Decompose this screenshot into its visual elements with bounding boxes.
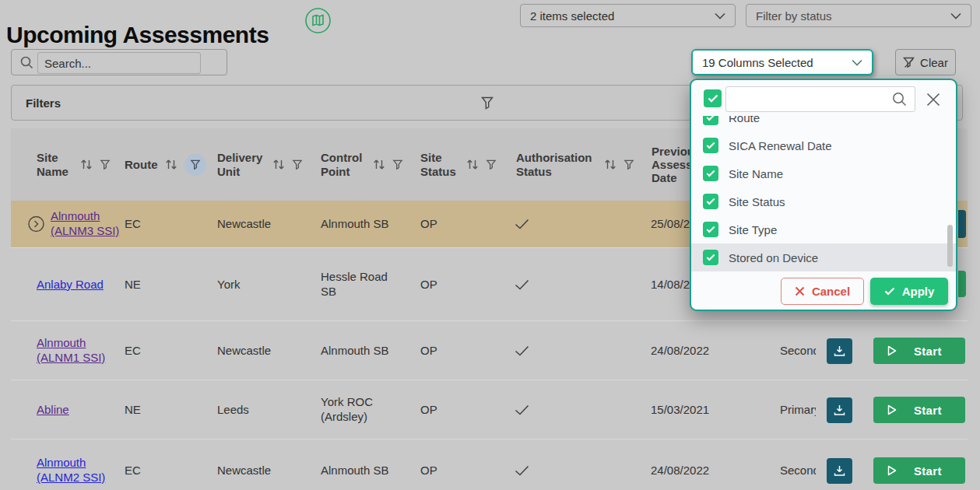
search-input[interactable] bbox=[37, 52, 201, 74]
select-all-checkbox[interactable] bbox=[704, 89, 722, 107]
filter-icon[interactable] bbox=[623, 159, 634, 170]
columns-selected-dropdown[interactable]: 19 Columns Selected bbox=[691, 49, 873, 75]
site-link[interactable]: Alnmouth (ALNM3 SSI) bbox=[51, 209, 122, 239]
checkbox-checked[interactable] bbox=[703, 194, 718, 209]
column-header-authorisation-status: Authorisation Status bbox=[516, 128, 634, 201]
filter-icon bbox=[190, 159, 201, 170]
chevron-down-icon bbox=[715, 12, 725, 19]
filter-icon[interactable] bbox=[486, 159, 497, 170]
previous-assessment-date-cell: 15/03/2021 bbox=[651, 380, 736, 439]
scrollbar-thumb[interactable] bbox=[947, 225, 953, 267]
checkbox-checked[interactable] bbox=[703, 166, 718, 181]
sort-icon[interactable] bbox=[604, 159, 616, 170]
column-menu-item[interactable]: SICA Renewal Date bbox=[691, 131, 956, 159]
start-assessment-button[interactable]: Start bbox=[873, 457, 965, 484]
column-header-control-point: Control Point bbox=[321, 128, 403, 201]
route-cell: NE bbox=[125, 248, 171, 321]
control-point-cell: Alnmouth SB bbox=[321, 321, 402, 380]
control-point-cell: Alnmouth SB bbox=[321, 439, 402, 490]
column-menu-item[interactable]: Site Status bbox=[691, 187, 956, 215]
table-row: Alnmouth (ALNM2 SSI) EC Newcastle Alnmou… bbox=[11, 439, 968, 490]
column-menu-item[interactable]: Site Type bbox=[691, 215, 956, 243]
filter-by-status-dropdown[interactable]: Filter by status bbox=[746, 4, 971, 27]
authorised-check-icon bbox=[515, 201, 538, 247]
download-button[interactable] bbox=[827, 338, 852, 364]
table-search-group bbox=[11, 49, 227, 75]
hidden-row-action-button[interactable] bbox=[958, 210, 966, 238]
hidden-row-action-button[interactable] bbox=[958, 271, 966, 297]
clear-filters-button[interactable]: Clear bbox=[895, 49, 956, 75]
site-link[interactable]: Alnmouth (ALNM1 SSI) bbox=[37, 336, 114, 366]
play-icon bbox=[887, 465, 897, 476]
checkbox-checked[interactable] bbox=[703, 116, 718, 125]
delivery-unit-cell: Leeds bbox=[217, 380, 303, 439]
columns-selected-value: 19 Columns Selected bbox=[702, 56, 813, 69]
filter-icon[interactable] bbox=[392, 159, 403, 170]
control-point-cell: York ROC (Ardsley) bbox=[321, 380, 402, 439]
authorised-check-icon bbox=[515, 380, 538, 439]
column-header-route: Route bbox=[125, 128, 206, 201]
items-selected-dropdown[interactable]: 2 items selected bbox=[520, 4, 736, 27]
table-row: Abline NE Leeds York ROC (Ardsley) OP 15… bbox=[11, 380, 968, 439]
download-button[interactable] bbox=[827, 458, 852, 484]
search-icon bbox=[892, 92, 907, 107]
checkbox-checked[interactable] bbox=[703, 138, 718, 153]
upcoming-assessments-page: Upcoming Assessments 2 items selected Fi… bbox=[0, 0, 980, 490]
delivery-unit-cell: Newcastle bbox=[217, 321, 303, 380]
start-assessment-button[interactable]: Start bbox=[873, 397, 965, 423]
filter-off-icon bbox=[903, 57, 915, 68]
check-icon bbox=[884, 287, 895, 296]
filters-label: Filters bbox=[26, 96, 61, 110]
sort-icon[interactable] bbox=[272, 159, 285, 170]
apply-button[interactable]: Apply bbox=[870, 278, 948, 305]
site-link[interactable]: Anlaby Road bbox=[37, 278, 104, 292]
download-button[interactable] bbox=[827, 397, 852, 423]
column-menu-footer: Cancel Apply bbox=[691, 273, 956, 310]
close-icon[interactable] bbox=[925, 91, 942, 108]
expand-row-icon[interactable] bbox=[28, 216, 44, 233]
active-filter-badge[interactable] bbox=[184, 154, 206, 176]
sort-icon[interactable] bbox=[80, 159, 93, 170]
column-header-site-name: Site Name bbox=[37, 128, 111, 201]
start-assessment-button[interactable]: Start bbox=[873, 338, 965, 364]
site-status-cell: OP bbox=[420, 321, 467, 380]
column-menu-header bbox=[691, 80, 956, 115]
delivery-unit-cell: York bbox=[217, 248, 303, 321]
column-search-input[interactable] bbox=[725, 86, 915, 112]
column-menu-item[interactable]: Route bbox=[691, 116, 956, 131]
search-icon bbox=[20, 56, 33, 69]
items-selected-value: 2 items selected bbox=[530, 9, 614, 23]
column-selection-menu: Route SICA Renewal Date Site Name Site S… bbox=[690, 79, 957, 311]
column-menu-item[interactable]: Site Name bbox=[691, 159, 956, 187]
previous-assessment-date-cell: 24/08/2022 bbox=[651, 321, 736, 380]
filter-icon[interactable] bbox=[292, 159, 303, 170]
play-icon bbox=[887, 345, 897, 356]
delivery-unit-cell: Newcastle bbox=[217, 201, 303, 247]
sort-icon[interactable] bbox=[373, 159, 385, 170]
route-cell: NE bbox=[125, 380, 171, 439]
filter-by-status-placeholder: Filter by status bbox=[756, 9, 832, 23]
filter-icon bbox=[480, 96, 494, 110]
sort-icon[interactable] bbox=[466, 159, 479, 170]
play-icon bbox=[887, 404, 897, 415]
site-link[interactable]: Abline bbox=[37, 403, 69, 418]
cancel-button[interactable]: Cancel bbox=[781, 278, 864, 305]
column-menu-item[interactable]: Stored on Device bbox=[691, 243, 956, 271]
site-link[interactable]: Alnmouth (ALNM2 SSI) bbox=[37, 456, 114, 485]
sort-icon[interactable] bbox=[165, 159, 177, 170]
previous-assessment-date-cell: 24/08/2022 bbox=[651, 439, 736, 490]
assessment-type-cell: Primary bbox=[780, 380, 816, 439]
chevron-down-icon bbox=[950, 12, 961, 19]
checkbox-checked[interactable] bbox=[703, 222, 718, 237]
route-cell: EC bbox=[125, 321, 171, 380]
control-point-cell: Alnmouth SB bbox=[321, 201, 402, 247]
map-icon[interactable] bbox=[305, 8, 331, 33]
route-cell: EC bbox=[125, 439, 171, 490]
page-title: Upcoming Assessments bbox=[6, 22, 269, 48]
clear-label: Clear bbox=[920, 56, 948, 69]
checkbox-checked[interactable] bbox=[703, 250, 718, 265]
assessment-type-cell: Secondary bbox=[780, 321, 816, 380]
site-status-cell: OP bbox=[420, 248, 467, 321]
chevron-down-icon bbox=[852, 59, 862, 66]
filter-icon[interactable] bbox=[100, 159, 111, 170]
